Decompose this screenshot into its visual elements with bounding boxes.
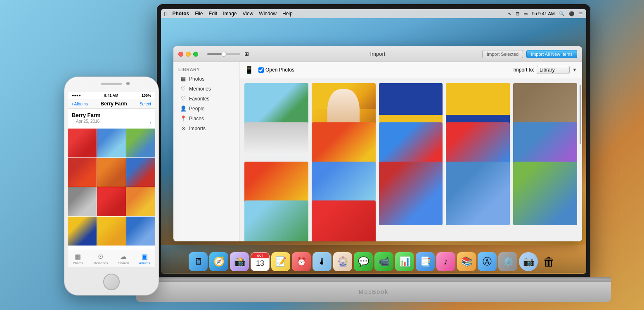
iphone-volume-up[interactable] (64, 118, 64, 130)
battery-icon: ▭ (523, 11, 528, 17)
iphone-tabbar: ▦ Photos ⊙ Memories ☁ Shared ▣ Albums (68, 250, 155, 267)
iphone-photo[interactable] (68, 187, 97, 216)
dock-item-calendar[interactable]: OCT 13 (251, 252, 270, 271)
menu-view[interactable]: View (243, 11, 253, 17)
menu-file[interactable]: File (195, 11, 203, 17)
minimize-button[interactable] (186, 52, 191, 57)
photos-window: ⊞ Import Import Selected Import All New … (173, 46, 582, 241)
iphone-photo[interactable] (126, 158, 155, 187)
imports-icon: ⊙ (180, 125, 187, 131)
dock: 🖥 🧭 📸 OCT 13 📝 ⏰ (161, 245, 586, 273)
dock-item-notes[interactable]: 📝 (271, 252, 290, 271)
dock-item-ibooks[interactable]: 📚 (457, 252, 476, 271)
dock-item-photos-library[interactable]: 📷 (519, 252, 538, 271)
maximize-button[interactable] (193, 52, 198, 57)
dock-item-messages[interactable]: 💬 (354, 252, 373, 271)
dock-item-appstore[interactable]: Ⓐ (478, 252, 497, 271)
wifi-icon: ∿ (508, 11, 511, 17)
window-body: Library ▦ Photos ♡ Memories ♡ Favorites (173, 62, 582, 241)
sidebar-item-imports[interactable]: ⊙ Imports (175, 124, 237, 133)
grid-view-icon[interactable]: ⊞ (244, 51, 249, 57)
photo-thumb[interactable] (244, 200, 308, 241)
zoom-slider[interactable] (207, 53, 240, 55)
sidebar-item-places[interactable]: 📍 Places (175, 114, 237, 123)
import-selected-button[interactable]: Import Selected (482, 50, 523, 58)
sidebar-item-favorites[interactable]: ♡ Favorites (175, 94, 237, 103)
sidebar-imports-label: Imports (189, 126, 206, 131)
photo-thumb[interactable] (379, 162, 443, 226)
window-titlebar: ⊞ Import Import Selected Import All New … (173, 46, 582, 62)
notification-icon[interactable]: ☰ (579, 11, 583, 17)
import-panel: 📱 Open Photos Import to: Library ▼ (239, 62, 582, 241)
siri-icon[interactable]: ⚫ (569, 11, 575, 17)
menu-photos[interactable]: Photos (172, 11, 189, 17)
photos-icon: ▦ (180, 76, 187, 82)
photo-thumb[interactable] (312, 200, 376, 241)
memories-icon: ♡ (180, 86, 187, 92)
iphone-photo[interactable] (68, 217, 97, 246)
sidebar-item-memories[interactable]: ♡ Memories (175, 84, 237, 93)
iphone-side-button[interactable] (159, 126, 159, 143)
dock-item-facetime[interactable]: 📹 (374, 252, 393, 271)
sidebar-people-label: People (189, 106, 204, 112)
scrollbar[interactable] (580, 85, 581, 144)
tab-memories[interactable]: ⊙ Memories (93, 253, 108, 265)
tab-shared[interactable]: ☁ Shared (118, 253, 129, 265)
back-button[interactable]: ‹ Albums (72, 102, 88, 106)
sidebar-item-photos[interactable]: ▦ Photos (175, 74, 237, 83)
dock-item-weather[interactable]: 🌡 (313, 252, 331, 271)
dock-item-photos[interactable]: 📸 (230, 252, 249, 271)
menu-edit[interactable]: Edit (209, 11, 218, 17)
iphone-photo[interactable] (126, 217, 155, 246)
photo-grid (239, 78, 582, 241)
iphone-photo[interactable] (68, 129, 97, 157)
sidebar-places-label: Places (189, 116, 204, 122)
tab-albums[interactable]: ▣ Albums (139, 253, 150, 265)
tab-photos[interactable]: ▦ Photos (73, 253, 83, 265)
sidebar-item-people[interactable]: 👤 People (175, 104, 237, 113)
laptop:  Photos File Edit Image View Window Hel… (136, 4, 611, 302)
dock-item-itunes[interactable]: ♪ (436, 252, 455, 271)
photo-thumb[interactable] (446, 162, 510, 226)
import-to-select[interactable]: Library (537, 66, 570, 74)
places-icon: 📍 (180, 115, 187, 122)
iphone-photo-grid (68, 129, 155, 246)
close-button[interactable] (178, 52, 183, 57)
iphone-photo[interactable] (97, 129, 126, 157)
iphone-photo[interactable] (68, 158, 97, 187)
open-photos-checkbox[interactable] (258, 67, 264, 73)
menu-window[interactable]: Window (259, 11, 277, 17)
select-button[interactable]: Select (140, 102, 151, 106)
photo-thumb[interactable] (513, 162, 577, 226)
menubar-right: ∿ ⊡ ▭ Fri 9:41 AM 🔍 ⚫ ☰ (508, 11, 583, 17)
menu-help[interactable]: Help (282, 11, 293, 17)
iphone-statusbar: ●●●● 9:41 AM 100% (68, 92, 155, 99)
search-icon[interactable]: 🔍 (559, 11, 565, 17)
dock-item-numbers[interactable]: 📊 (395, 252, 414, 271)
window-title: Import (370, 51, 386, 57)
apple-menu[interactable]:  (164, 10, 166, 17)
menu-image[interactable]: Image (223, 11, 237, 17)
dock-item-keynote[interactable]: 📑 (416, 252, 435, 271)
dock-item-pinwheel[interactable]: 🎡 (333, 252, 352, 271)
tab-photos-icon: ▦ (75, 253, 81, 260)
import-all-button[interactable]: Import All New Items (526, 50, 577, 58)
menubar:  Photos File Edit Image View Window Hel… (161, 9, 586, 18)
iphone: ●●●● 9:41 AM 100% ‹ Albums Berry Farm Se… (64, 76, 159, 296)
dock-item-reminders[interactable]: ⏰ (292, 252, 311, 271)
open-photos-checkbox-label[interactable]: Open Photos (258, 67, 294, 73)
airplay-icon: ⊡ (516, 11, 519, 17)
iphone-volume-down[interactable] (64, 135, 64, 146)
iphone-photo[interactable] (97, 158, 126, 187)
dock-item-preferences[interactable]: ⚙️ (498, 252, 517, 271)
iphone-photo[interactable] (97, 217, 126, 246)
dock-item-trash[interactable]: 🗑 (540, 252, 559, 271)
dock-item-finder[interactable]: 🖥 (189, 252, 208, 271)
iphone-photo[interactable] (97, 187, 126, 216)
dock-item-safari[interactable]: 🧭 (209, 252, 228, 271)
iphone-home-button[interactable] (103, 274, 120, 290)
info-chevron[interactable]: › (150, 120, 151, 125)
open-photos-label: Open Photos (265, 67, 294, 73)
iphone-photo[interactable] (126, 129, 155, 157)
iphone-photo[interactable] (126, 187, 155, 216)
